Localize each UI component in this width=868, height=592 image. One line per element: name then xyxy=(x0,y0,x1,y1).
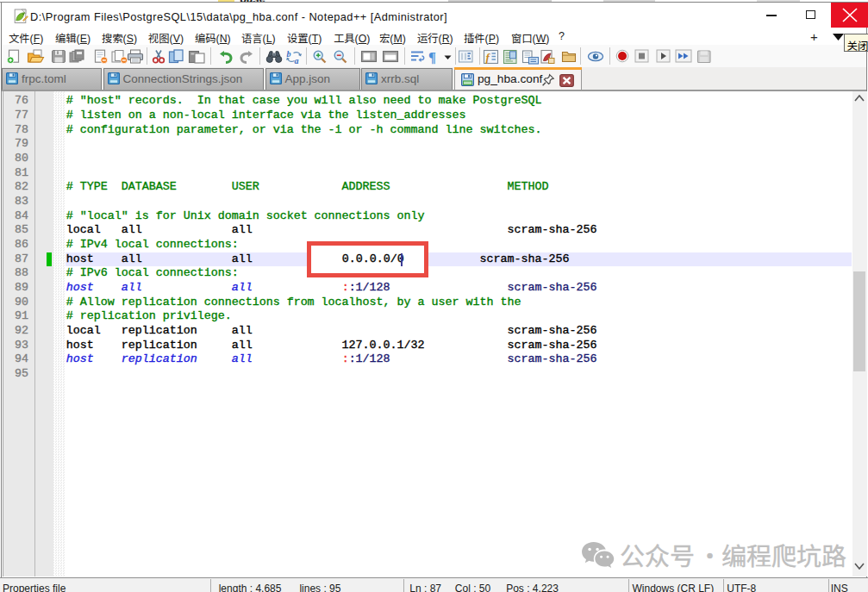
svg-text:¶: ¶ xyxy=(428,49,436,65)
svg-text:b: b xyxy=(286,49,290,59)
svg-text:a: a xyxy=(294,55,298,65)
